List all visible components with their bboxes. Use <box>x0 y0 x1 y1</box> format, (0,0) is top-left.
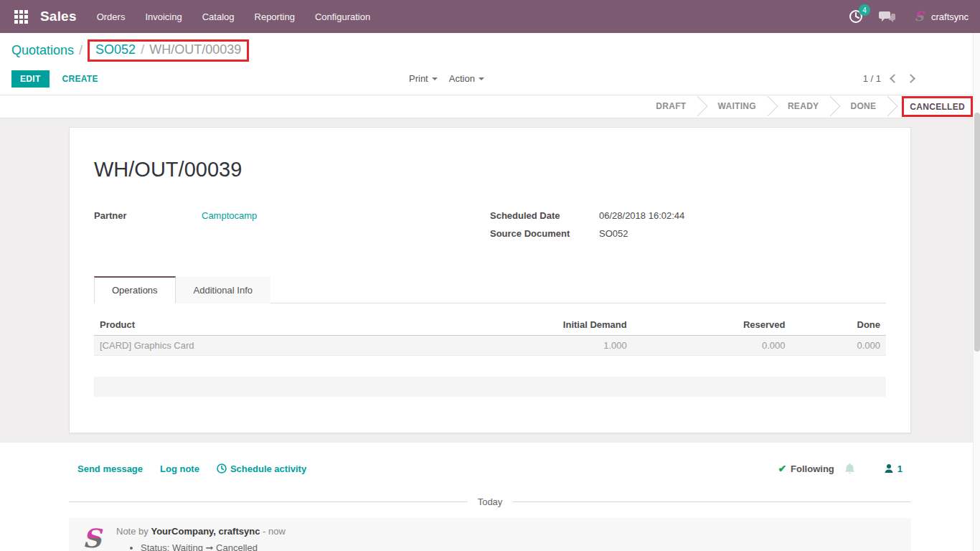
statusbar-chevron <box>877 96 897 116</box>
svg-text:S: S <box>83 525 103 551</box>
form-statusbar: DRAFT WAITING READY DONE CANCELLED <box>0 95 980 118</box>
source-document-value: SO052 <box>599 228 628 239</box>
table-header-row: Product Initial Demand Reserved Done <box>94 315 886 336</box>
user-menu[interactable]: S craftsync <box>912 9 969 24</box>
menu-catalog[interactable]: Catalog <box>202 11 235 22</box>
annotation-box-cancelled: CANCELLED <box>902 96 973 117</box>
note-status-change: Status: Waiting ➞ Cancelled <box>141 542 286 551</box>
control-panel: Quotations / SO052 / WH/OUT/00039 EDIT C… <box>0 33 980 91</box>
app-title[interactable]: Sales <box>40 9 77 24</box>
annotation-box-breadcrumb: SO052 / WH/OUT/00039 <box>88 39 249 62</box>
following-label: Following <box>791 463 834 474</box>
statusbar-chevron <box>688 96 708 116</box>
pager-value: 1 / 1 <box>863 73 881 84</box>
scheduled-date-label: Scheduled Date <box>490 210 599 221</box>
check-icon: ✔ <box>778 463 786 474</box>
pager-next-icon[interactable] <box>906 74 915 83</box>
today-divider: Today <box>69 496 911 507</box>
menu-configuration[interactable]: Configuration <box>315 11 370 22</box>
edit-button[interactable]: EDIT <box>11 70 50 88</box>
send-message-button[interactable]: Send message <box>77 463 143 474</box>
vertical-scrollbar[interactable] <box>973 33 980 551</box>
print-dropdown[interactable]: Print <box>409 73 438 84</box>
cell-product[interactable]: [CARD] Graphics Card <box>94 335 466 355</box>
statusbar-chevron <box>821 96 841 116</box>
form-sheet: WH/OUT/00039 Partner Camptocamp Schedule… <box>69 127 911 433</box>
cell-reserved[interactable]: 0.000 <box>633 335 791 355</box>
note-prefix: Note by <box>116 526 149 537</box>
column-done[interactable]: Done <box>791 315 887 336</box>
cell-done[interactable]: 0.000 <box>791 335 887 355</box>
caret-down-icon <box>432 77 438 80</box>
company-logo-icon: S <box>912 9 926 24</box>
source-document-label: Source Document <box>490 228 599 239</box>
partner-label: Partner <box>94 210 202 221</box>
status-step-cancelled[interactable]: CANCELLED <box>907 102 968 112</box>
messages-icon[interactable] <box>879 9 896 24</box>
print-label: Print <box>409 73 428 84</box>
apps-grid-icon[interactable] <box>9 4 33 29</box>
person-icon <box>884 463 894 474</box>
bell-icon[interactable] <box>844 463 855 475</box>
chatter: Send message Log note Schedule activity … <box>0 443 980 551</box>
schedule-activity-label: Schedule activity <box>230 463 306 474</box>
notebook-tabs: Operations Additional Info <box>94 276 886 303</box>
partner-value-link[interactable]: Camptocamp <box>202 210 257 221</box>
column-reserved[interactable]: Reserved <box>633 315 791 336</box>
action-label: Action <box>449 73 475 84</box>
create-button[interactable]: CREATE <box>62 74 98 84</box>
grid-glyph <box>14 10 28 24</box>
action-dropdown[interactable]: Action <box>449 73 484 84</box>
statusbar-chevron <box>758 96 778 116</box>
note-message: S Note by YourCompany, craftsync - now S… <box>69 518 911 551</box>
column-product[interactable]: Product <box>94 315 466 336</box>
log-note-button[interactable]: Log note <box>160 463 199 474</box>
svg-text:S: S <box>914 9 925 24</box>
following-toggle[interactable]: ✔ Following <box>778 463 834 474</box>
menu-orders[interactable]: Orders <box>97 11 126 22</box>
company-logo-icon: S <box>78 525 105 551</box>
breadcrumb-quotations[interactable]: Quotations <box>11 43 74 59</box>
tab-additional-info[interactable]: Additional Info <box>176 277 270 303</box>
breadcrumb: Quotations / SO052 / WH/OUT/00039 <box>11 39 969 62</box>
empty-table-strip <box>94 377 886 397</box>
activity-count-badge: 4 <box>859 4 870 16</box>
main-menu: Orders Invoicing Catalog Reporting Confi… <box>97 11 371 22</box>
activity-clock-icon[interactable]: 4 <box>849 9 863 24</box>
note-author[interactable]: YourCompany, craftsync <box>151 526 260 537</box>
scrollbar-thumb[interactable] <box>974 113 980 352</box>
breadcrumb-so052[interactable]: SO052 <box>95 42 136 58</box>
tab-operations[interactable]: Operations <box>94 276 176 303</box>
today-label: Today <box>468 496 513 507</box>
followers-counter[interactable]: 1 <box>884 463 903 474</box>
status-step-waiting[interactable]: WAITING <box>709 101 764 111</box>
pager-previous-icon[interactable] <box>890 74 899 83</box>
breadcrumb-separator: / <box>79 43 83 59</box>
scheduled-date-value: 06/28/2018 16:02:44 <box>599 210 684 221</box>
column-initial-demand[interactable]: Initial Demand <box>466 315 633 336</box>
menu-invoicing[interactable]: Invoicing <box>145 11 182 22</box>
cell-initial-demand[interactable]: 1.000 <box>466 335 633 355</box>
note-time: - now <box>263 526 286 537</box>
chat-bubbles-glyph <box>879 9 896 24</box>
operations-table: Product Initial Demand Reserved Done [CA… <box>94 315 886 356</box>
record-title: WH/OUT/00039 <box>94 158 886 182</box>
breadcrumb-current: WH/OUT/00039 <box>149 42 241 58</box>
author-avatar: S <box>77 524 106 551</box>
caret-down-icon <box>479 77 484 80</box>
user-name: craftsync <box>931 11 969 22</box>
top-navbar: Sales Orders Invoicing Catalog Reporting… <box>0 0 980 33</box>
schedule-activity-button[interactable]: Schedule activity <box>217 463 306 474</box>
table-row[interactable]: [CARD] Graphics Card 1.000 0.000 0.000 <box>94 335 886 355</box>
followers-count: 1 <box>897 463 903 474</box>
form-view: WH/OUT/00039 Partner Camptocamp Schedule… <box>0 118 980 443</box>
breadcrumb-separator: / <box>141 42 144 58</box>
schedule-clock-icon <box>217 463 227 474</box>
menu-reporting[interactable]: Reporting <box>255 11 295 22</box>
